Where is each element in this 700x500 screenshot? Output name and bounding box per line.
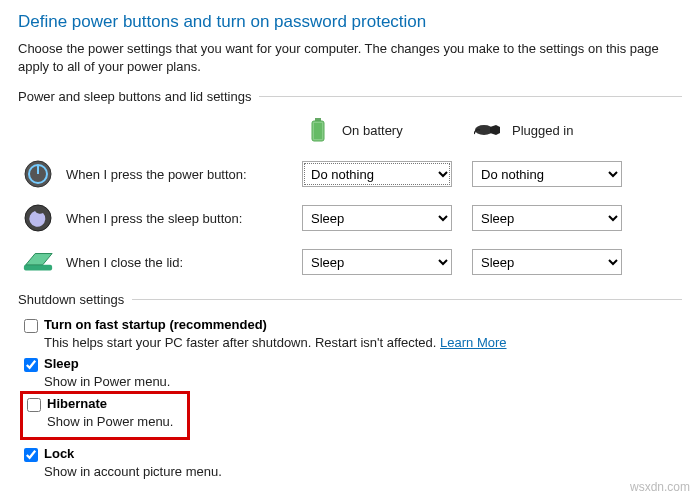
sleep-button-icon: [22, 202, 54, 234]
sleep-desc: Show in Power menu.: [44, 374, 682, 389]
section-power-buttons: Power and sleep buttons and lid settings: [18, 89, 682, 104]
lid-battery-select[interactable]: Sleep: [302, 249, 452, 275]
hibernate-desc: Show in Power menu.: [47, 414, 183, 429]
header-battery-label: On battery: [342, 123, 403, 138]
fast-startup-desc: This helps start your PC faster after sh…: [44, 335, 682, 350]
row-power-text: When I press the power button:: [66, 167, 247, 182]
row-sleep-label: When I press the sleep button:: [22, 202, 282, 234]
shutdown-settings: Turn on fast startup (recommended) This …: [24, 317, 682, 479]
section-shutdown-label: Shutdown settings: [18, 292, 124, 307]
power-plugged-select[interactable]: Do nothing: [472, 161, 622, 187]
section-shutdown: Shutdown settings: [18, 292, 682, 307]
header-plugged: Plugged in: [472, 114, 622, 146]
watermark: wsxdn.com: [630, 480, 690, 494]
hibernate-checkbox[interactable]: [27, 398, 41, 412]
power-grid: On battery Plugged in When I press the p…: [22, 114, 682, 278]
sleep-title: Sleep: [44, 356, 79, 371]
section-label: Power and sleep buttons and lid settings: [18, 89, 251, 104]
option-lock: Lock: [24, 446, 682, 462]
lock-checkbox[interactable]: [24, 448, 38, 462]
sleep-checkbox[interactable]: [24, 358, 38, 372]
lock-desc: Show in account picture menu.: [44, 464, 682, 479]
fast-startup-checkbox[interactable]: [24, 319, 38, 333]
row-lid-label: When I close the lid:: [22, 246, 282, 278]
fast-startup-desc-text: This helps start your PC faster after sh…: [44, 335, 440, 350]
lock-title: Lock: [44, 446, 74, 461]
power-button-icon: [22, 158, 54, 190]
row-sleep-text: When I press the sleep button:: [66, 211, 242, 226]
sleep-battery-select[interactable]: Sleep: [302, 205, 452, 231]
header-plugged-label: Plugged in: [512, 123, 573, 138]
lid-plugged-select[interactable]: Sleep: [472, 249, 622, 275]
fast-startup-title: Turn on fast startup (recommended): [44, 317, 267, 332]
option-fast-startup: Turn on fast startup (recommended): [24, 317, 682, 333]
plug-icon: [472, 114, 504, 146]
page-title: Define power buttons and turn on passwor…: [18, 12, 682, 32]
power-battery-select[interactable]: Do nothing: [302, 161, 452, 187]
hibernate-title: Hibernate: [47, 396, 107, 411]
option-hibernate: Hibernate: [27, 396, 183, 412]
battery-icon: [302, 114, 334, 146]
section-divider: [132, 299, 682, 300]
row-power-label: When I press the power button:: [22, 158, 282, 190]
learn-more-link[interactable]: Learn More: [440, 335, 506, 350]
lid-icon: [22, 246, 54, 278]
row-lid-text: When I close the lid:: [66, 255, 183, 270]
section-divider: [259, 96, 682, 97]
page-subtitle: Choose the power settings that you want …: [18, 40, 682, 75]
hibernate-highlight: Hibernate Show in Power menu.: [20, 391, 190, 440]
sleep-plugged-select[interactable]: Sleep: [472, 205, 622, 231]
option-sleep: Sleep: [24, 356, 682, 372]
header-battery: On battery: [302, 114, 452, 146]
svg-rect-8: [24, 265, 52, 271]
svg-rect-2: [314, 123, 322, 139]
